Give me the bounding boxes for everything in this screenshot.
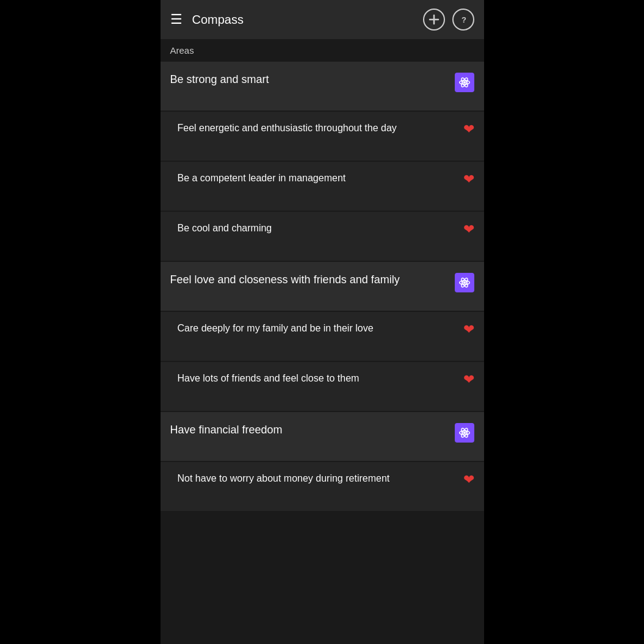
area-item[interactable]: Feel love and closeness with friends and… (161, 262, 484, 311)
sub-item-text: Be cool and charming (178, 222, 463, 235)
area-item-text: Have financial freedom (170, 423, 455, 437)
svg-point-11 (463, 432, 465, 434)
sub-item-text: Care deeply for my family and be in thei… (178, 322, 463, 335)
app-container: ☰ Compass ? Areas Be strong and smart (161, 0, 484, 644)
atom-icon (455, 273, 474, 292)
sub-item[interactable]: Not have to worry about money during ret… (161, 462, 484, 511)
area-item-text: Be strong and smart (170, 73, 455, 87)
question-icon: ? (458, 15, 468, 24)
area-item[interactable]: Have financial freedom (161, 412, 484, 461)
svg-text:?: ? (461, 15, 466, 24)
sub-item-text: Have lots of friends and feel close to t… (178, 372, 463, 385)
sub-item[interactable]: Have lots of friends and feel close to t… (161, 362, 484, 411)
svg-point-7 (463, 281, 465, 284)
atom-icon (455, 423, 474, 443)
heart-icon: ❤ (463, 472, 474, 488)
heart-icon: ❤ (463, 322, 474, 338)
app-title: Compass (192, 13, 423, 27)
hamburger-icon[interactable]: ☰ (170, 13, 183, 26)
plus-icon (429, 14, 440, 25)
sub-item-text: Not have to worry about money during ret… (178, 472, 463, 485)
add-button[interactable] (423, 9, 445, 31)
header: ☰ Compass ? (161, 0, 484, 39)
sub-item-text: Feel energetic and enthusiastic througho… (178, 121, 463, 135)
sub-item-text: Be a competent leader in management (178, 172, 463, 185)
atom-icon (455, 73, 474, 92)
heart-icon: ❤ (463, 172, 474, 187)
areas-label: Areas (161, 39, 484, 62)
sub-item[interactable]: Feel energetic and enthusiastic througho… (161, 112, 484, 161)
help-button[interactable]: ? (452, 9, 474, 31)
sub-item[interactable]: Be cool and charming ❤ (161, 212, 484, 261)
heart-icon: ❤ (463, 372, 474, 388)
sub-item[interactable]: Care deeply for my family and be in thei… (161, 312, 484, 361)
heart-icon: ❤ (463, 121, 474, 137)
area-item-text: Feel love and closeness with friends and… (170, 273, 455, 287)
area-item[interactable]: Be strong and smart (161, 62, 484, 110)
header-actions: ? (423, 9, 474, 31)
heart-icon: ❤ (463, 222, 474, 237)
sub-item[interactable]: Be a competent leader in management ❤ (161, 162, 484, 211)
svg-point-3 (463, 81, 465, 84)
